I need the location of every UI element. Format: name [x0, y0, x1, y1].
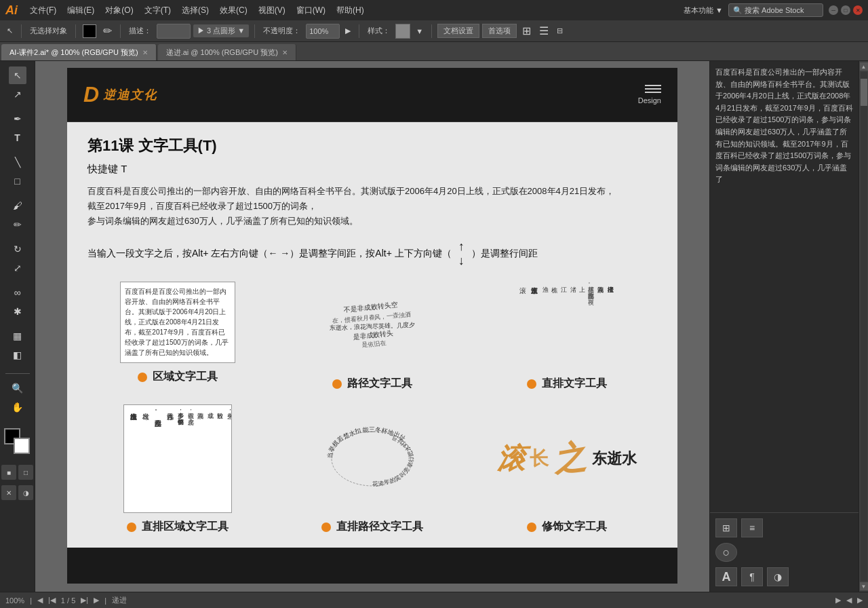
minimize-button[interactable]: ─	[829, 5, 838, 15]
tab-1[interactable]: 递进.ai @ 100% (RGB/GPU 预览) ✕	[158, 44, 296, 60]
shape-tool-btn[interactable]: □	[9, 172, 26, 190]
selection-tool-btn[interactable]: ↖	[9, 66, 26, 84]
scroll-down-btn[interactable]: ▼	[860, 582, 868, 590]
preferences-button[interactable]: 首选项	[482, 24, 517, 38]
decor-text-demo: 滚 长 之 东逝水 修饰文字工具	[476, 404, 657, 534]
blend-btn[interactable]: ∞	[9, 284, 26, 301]
tab-0[interactable]: AI-课件2.ai* @ 100% (RGB/GPU 预览) ✕	[1, 44, 157, 60]
stroke-mode-btn[interactable]: □	[18, 465, 33, 480]
menu-type[interactable]: 文字(T)	[139, 0, 176, 20]
doc-settings-button[interactable]: 文档设置	[437, 24, 479, 38]
menu-view[interactable]: 视图(V)	[253, 0, 291, 20]
dot-icon-4	[127, 522, 136, 532]
style-arrow[interactable]: ▼	[413, 27, 426, 35]
type-tool-btn[interactable]: T	[9, 129, 26, 147]
menu-help[interactable]: 帮助(H)	[331, 0, 370, 20]
points-selector[interactable]: ▶ 3 点圆形 ▼	[193, 24, 249, 37]
align-icon[interactable]: ⊞	[519, 24, 534, 37]
background-color[interactable]	[14, 438, 30, 454]
right-glyph-icon[interactable]: ◑	[767, 567, 789, 586]
vertical-area-label: 直排区域文字工具	[127, 520, 229, 534]
opacity-label: 不透明度：	[260, 26, 303, 36]
right-type-icon[interactable]: A	[715, 567, 737, 586]
menu-window[interactable]: 窗口(W)	[291, 0, 331, 20]
gradient-fill-btn[interactable]: ◑	[18, 485, 33, 500]
paintbrush-btn[interactable]: 🖌	[9, 197, 26, 214]
blend-input[interactable]	[157, 24, 191, 39]
tab-0-close[interactable]: ✕	[142, 49, 148, 56]
workspace-label: 基本功能 ▼	[684, 5, 723, 16]
logo-icon: D	[83, 82, 99, 107]
status-nav-right[interactable]: ▶	[857, 596, 863, 605]
menu-effect[interactable]: 效果(C)	[214, 0, 253, 20]
nav-next-btn[interactable]: ▶	[94, 596, 99, 605]
zoom-btn[interactable]: 🔍	[9, 379, 26, 397]
no-selection-label: 无选择对象	[27, 26, 70, 36]
vertical-area-demo: 白发渔樵江渚上 雄发 。几度夕阳红 江今古风 多少事，都付笑谈中 依旧在，几度夕…	[87, 404, 269, 534]
right-para-icon[interactable]: ¶	[741, 567, 763, 586]
status-sep-2: |	[104, 596, 106, 605]
gradient-btn[interactable]: ◧	[9, 346, 26, 364]
scroll-up-btn[interactable]: ▲	[860, 62, 868, 71]
right-transform-icon[interactable]: ⊞	[715, 518, 737, 537]
color-swatch[interactable]	[83, 24, 96, 38]
dot-icon-6	[527, 522, 536, 532]
opacity-input[interactable]	[306, 24, 340, 39]
header-menu[interactable]: Design	[638, 85, 661, 104]
scroll-thumb[interactable]	[861, 79, 867, 106]
zoom-level: 100%	[5, 596, 24, 605]
direct-selection-btn[interactable]: ↗	[9, 86, 26, 103]
right-tool-row-3: A ¶ ◑	[715, 567, 853, 586]
adobe-stock-search[interactable]: 🔍 搜索 Adobe Stock	[728, 3, 823, 17]
graph-btn[interactable]: ▦	[9, 327, 26, 345]
description-text: 百度百科是百度公司推出的一部内容开放、自由的网络百科全书平台。其测试版于2006…	[87, 184, 657, 229]
extra-icon[interactable]: ⊟	[554, 26, 566, 35]
vertical-path-demo: 当举棋若楚水扣 能三冬杯地出址 花涛年的笑叫旁 举行把水对址弓	[282, 404, 463, 534]
menu-file[interactable]: 文件(F)	[24, 0, 62, 20]
area-text-label: 区域文字工具	[138, 370, 218, 384]
artboard-name: 递进	[112, 595, 127, 605]
brush-icon[interactable]: ✏	[100, 24, 115, 37]
menu-bar: Ai 文件(F) 编辑(E) 对象(O) 文字(T) 选择(S) 效果(C) 视…	[0, 0, 868, 20]
logo-text: 逆迪文化	[103, 87, 157, 103]
menu-edit[interactable]: 编辑(E)	[62, 0, 100, 20]
path-text-demo: 不是非成败转头空 在，惯看秋月春风，一壶浊酒 东逝水，浪花淘尽英雄。几度夕 是非…	[282, 282, 463, 391]
line-tool-btn[interactable]: ╲	[9, 153, 26, 171]
scroll-track[interactable]	[861, 72, 867, 581]
rotate-btn[interactable]: ↻	[9, 240, 26, 258]
selection-tool[interactable]: ↖	[4, 26, 16, 35]
doc-header: D 逆迪文化 Design	[67, 68, 677, 122]
right-circle-icon[interactable]: ○	[715, 543, 737, 562]
lesson-title: 第11课 文字工具(T)	[87, 136, 657, 156]
symbol-btn[interactable]: ✱	[9, 303, 26, 320]
play-btn[interactable]: ▶	[835, 596, 841, 605]
tab-1-close[interactable]: ✕	[282, 49, 288, 56]
decor-text-label: 修饰文字工具	[527, 520, 607, 534]
maximize-button[interactable]: □	[841, 5, 850, 15]
no-fill-btn[interactable]: ✕	[1, 485, 16, 500]
dot-icon-3	[527, 379, 536, 389]
status-nav-left[interactable]: ◀	[846, 596, 852, 605]
nav-first-btn[interactable]: |◀	[48, 596, 56, 605]
vertical-path-label: 直排路径文字工具	[321, 520, 423, 534]
dot-icon-2	[332, 379, 342, 389]
sort-icon[interactable]: ☰	[536, 24, 551, 37]
nav-last-btn[interactable]: ▶|	[81, 596, 88, 605]
opacity-arrow[interactable]: ▶	[342, 26, 353, 35]
demo-grid: 百度百科是百度公司推出的一部内容开放、自由的网络百科全书平台。其测试版于2006…	[87, 282, 657, 391]
nav-prev-btn[interactable]: ◀	[37, 596, 43, 605]
pen-tool-btn[interactable]: ✒	[9, 110, 26, 128]
scale-btn[interactable]: ⤢	[9, 259, 26, 277]
menu-select[interactable]: 选择(S)	[176, 0, 214, 20]
right-align-icon[interactable]: ≡	[741, 518, 763, 537]
pencil-btn[interactable]: ✏	[9, 216, 26, 233]
close-button[interactable]: ✕	[853, 5, 863, 15]
area-text-box: 百度百科是百度公司推出的一部内容开放、自由的网络百科全书平台。其测试版于2006…	[120, 282, 235, 363]
menu-object[interactable]: 对象(O)	[100, 0, 138, 20]
status-bar: 100% | ◀ |◀ 1 / 5 ▶| ▶ | 递进 ▶ ◀ ▶	[0, 592, 868, 608]
style-label: 样式：	[365, 26, 393, 36]
vertical-text-demo: 滚 滚长江东逝水 渔 樵 江 渚 上 尽英雄。几度夕阳红。日夜 浪花淘 橙橙江渚…	[476, 282, 657, 391]
fill-mode-btn[interactable]: ■	[1, 465, 16, 480]
hand-btn[interactable]: ✋	[9, 398, 26, 416]
style-swatch[interactable]	[395, 24, 410, 39]
